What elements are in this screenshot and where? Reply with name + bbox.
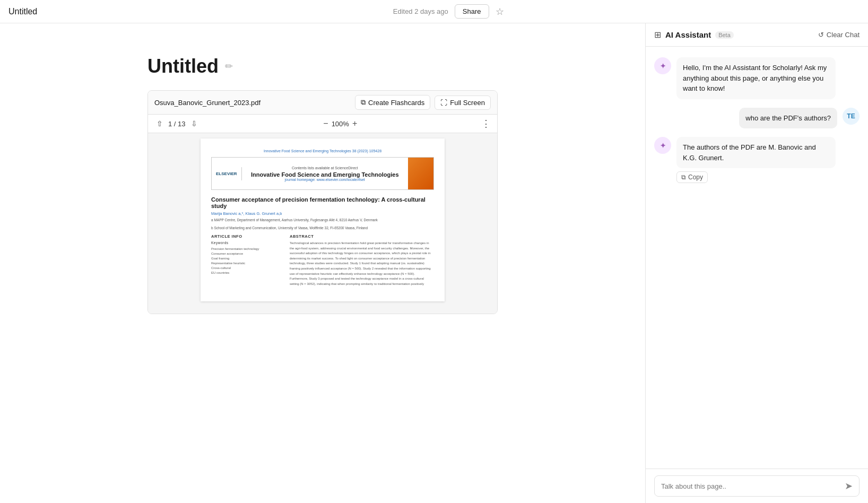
pdf-nav-bar: ⇧ 1 / 13 ⇩ − 100% + ⋮ [148,115,497,133]
ai-sidebar-title: AI Assistant [665,30,711,39]
star-button[interactable]: ☆ [496,6,504,18]
ai-beta-badge: Beta [715,31,734,39]
ai-message-1: ✦ Hello, I'm the AI Assistant for Schola… [654,57,860,99]
pdf-filename: Osuva_Banovic_Grunert_2023.pdf [154,99,261,107]
pdf-nav-left: ⇧ 1 / 13 ⇩ [154,118,199,129]
ai-sidebar: ⊞ AI Assistant Beta ↺ Clear Chat ✦ Hello… [645,23,868,503]
fullscreen-icon: ⛶ [440,99,447,107]
create-flashcards-button[interactable]: ⧉ Create Flashcards [355,95,430,110]
pdf-affiliation-1: a MAPP Centre, Department of Management,… [211,218,434,222]
user-bubble-1: who are the PDF's authors? [739,108,837,129]
fullscreen-button[interactable]: ⛶ Full Screen [435,96,491,110]
document-title: Untitled [8,7,37,16]
pdf-preview: Innovative Food Science and Emerging Tec… [148,133,497,314]
pdf-journal-banner: ELSEVIER Contents lists available at Sci… [211,157,434,190]
user-avatar-1: TE [843,108,860,125]
copy-icon: ⧉ [681,174,686,181]
pdf-keywords: Precision fermentation technology Consum… [211,247,283,275]
zoom-in-button[interactable]: + [352,119,357,128]
zoom-level: 100% [332,120,349,128]
prev-page-button[interactable]: ⇧ [154,118,165,129]
pdf-affiliation-2: b School of Marketing and Communication,… [211,226,434,230]
user-message-1: TE who are the PDF's authors? [654,108,860,129]
share-button[interactable]: Share [455,4,489,19]
pdf-journal-logo: ELSEVIER [212,167,242,180]
content-area: Untitled ✏ Osuva_Banovic_Grunert_2023.pd… [0,23,645,503]
abstract-label: ABSTRACT [290,234,434,239]
ai-header-left: ⊞ AI Assistant Beta [654,30,734,40]
page-indicator: 1 / 13 [168,120,186,128]
ai-bubble-2: The authors of the PDF are M. Banovic an… [676,137,836,168]
pdf-journal-homepage: journal homepage: www.elsevier.com/locat… [246,178,404,181]
chat-input[interactable] [661,482,840,490]
topbar-center: Edited 2 days ago Share ☆ [393,4,504,19]
pdf-authors: Marija Banovic a,*, Klaus G. Grunert a,b [211,211,434,216]
pdf-container: Osuva_Banovic_Grunert_2023.pdf ⧉ Create … [147,90,498,314]
send-button[interactable]: ➤ [845,480,853,492]
pdf-header-journal: Innovative Food Science and Emerging Tec… [211,149,434,153]
pdf-info-abstract: ARTICLE INFO Keywords Precision fermenta… [211,234,434,287]
pdf-contents-text: Contents lists available at ScienceDirec… [246,166,404,170]
ai-bubble-1: Hello, I'm the AI Assistant for Scholarl… [676,57,836,99]
main-layout: Untitled ✏ Osuva_Banovic_Grunert_2023.pd… [0,23,868,503]
chat-input-wrapper: ➤ [654,475,860,497]
pdf-abstract-section: ABSTRACT Technological advances in preci… [290,234,434,287]
flashcard-icon: ⧉ [361,98,366,107]
ai-avatar-2: ✦ [654,137,671,154]
page-title: Untitled [147,55,219,77]
ai-message-text-2: The authors of the PDF are M. Banovic an… [683,143,816,162]
pdf-abstract-text: Technological advances in precision ferm… [290,241,434,287]
pdf-journal-title-block: Contents lists available at ScienceDirec… [242,162,408,186]
topbar: Untitled Edited 2 days ago Share ☆ [0,0,868,23]
clear-chat-icon: ↺ [818,31,824,39]
chat-input-area: ➤ [646,469,868,503]
elsevier-logo: ELSEVIER [216,171,237,176]
ai-message-2: ✦ The authors of the PDF are M. Banovic … [654,137,860,183]
chat-messages: ✦ Hello, I'm the AI Assistant for Schola… [646,47,868,469]
pdf-journal-title: Innovative Food Science and Emerging Tec… [246,171,404,178]
pdf-journal-image [408,158,433,189]
copy-button[interactable]: ⧉ Copy [676,171,708,183]
user-message-text-1: who are the PDF's authors? [745,114,831,122]
ai-message-text-1: Hello, I'm the AI Assistant for Scholarl… [683,64,827,92]
pdf-topbar: Osuva_Banovic_Grunert_2023.pdf ⧉ Create … [148,91,497,115]
keywords-label: Keywords [211,241,283,245]
ai-avatar-1: ✦ [654,57,671,74]
page-content: Untitled ✏ Osuva_Banovic_Grunert_2023.pd… [126,55,519,314]
topbar-left: Untitled [8,7,37,16]
pdf-actions: ⧉ Create Flashcards ⛶ Full Screen [355,95,491,110]
zoom-out-button[interactable]: − [323,119,328,128]
next-page-button[interactable]: ⇩ [189,118,199,129]
pdf-zoom: − 100% + [323,119,357,128]
ai-sidebar-icon: ⊞ [654,30,661,40]
edited-timestamp: Edited 2 days ago [393,7,448,15]
pdf-page: Innovative Food Science and Emerging Tec… [201,138,445,301]
ai-sidebar-header: ⊞ AI Assistant Beta ↺ Clear Chat [646,23,868,47]
clear-chat-button[interactable]: ↺ Clear Chat [818,31,860,39]
pdf-article-info-section: ARTICLE INFO Keywords Precision fermenta… [211,234,283,287]
edit-title-icon[interactable]: ✏ [225,60,233,72]
pdf-article-title: Consumer acceptance of precision ferment… [211,196,434,209]
article-info-label: ARTICLE INFO [211,234,283,239]
more-options-button[interactable]: ⋮ [481,118,491,129]
page-title-row: Untitled ✏ [147,55,498,77]
